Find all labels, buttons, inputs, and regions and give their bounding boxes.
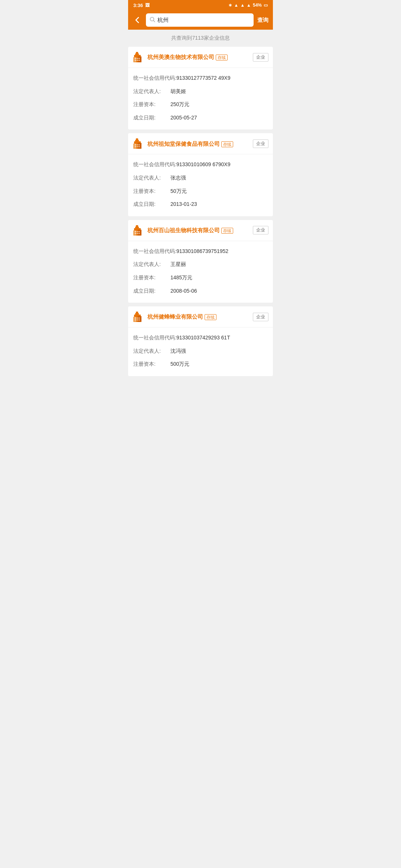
svg-rect-29 [135,231,136,232]
info-value: 500万元 [170,361,268,368]
type-badge: 企业 [253,226,268,234]
svg-rect-30 [137,231,138,232]
info-row: 统一社会信用代码: 913301010609 6790X9 [133,158,268,171]
status-badge: 存续 [216,55,228,60]
search-icon [150,17,155,23]
type-badge: 企业 [253,53,268,62]
svg-rect-23 [138,146,140,147]
back-button[interactable] [132,14,143,26]
info-value: 91330127773572 49X9 [176,75,268,82]
card-header: 杭州祖知堂保健食品有限公司存续 企业 [128,133,273,154]
info-label: 法定代表人: [133,174,170,182]
info-row: 注册资本: 50万元 [133,185,268,198]
info-row: 法定代表人: 王星丽 [133,258,268,271]
info-row: 统一社会信用代码: 91330127773572 49X9 [133,72,268,85]
query-button[interactable]: 查询 [257,15,269,25]
card-body: 统一社会信用代码: 913301086739751952 法定代表人: 王星丽 … [128,241,273,303]
info-label: 法定代表人: [133,261,170,268]
search-box [146,13,254,27]
card-header: 杭州健蜂蜂业有限公司存续 企业 [128,306,273,328]
company-logo [133,311,144,323]
svg-rect-19 [137,144,138,145]
svg-rect-31 [138,231,140,232]
company-name: 杭州祖知堂保健食品有限公司存续 [147,140,250,148]
battery-level: 54% [253,3,262,8]
info-label: 注册资本: [133,274,170,282]
card-body: 统一社会信用代码: 913301037429293 61T 法定代表人: 沈冯强… [128,328,273,376]
info-label: 注册资本: [133,188,170,195]
svg-rect-17 [136,138,138,141]
bluetooth-icon: ∗ [228,3,232,8]
company-logo [133,51,144,63]
company-logo [133,138,144,149]
svg-rect-45 [138,319,140,320]
svg-rect-18 [135,144,136,145]
company-name: 杭州美澳生物技术有限公司存续 [147,53,250,61]
card-body: 统一社会信用代码: 91330127773572 49X9 法定代表人: 胡美姬… [128,68,273,129]
company-logo [133,224,144,236]
svg-rect-4 [138,56,141,62]
type-badge: 企业 [253,313,268,321]
company-name: 杭州健蜂蜂业有限公司存续 [147,313,250,320]
company-card[interactable]: 杭州健蜂蜂业有限公司存续 企业 统一社会信用代码: 91330103742929… [128,306,273,376]
info-value: 胡美姬 [170,88,268,95]
svg-rect-11 [137,60,138,61]
info-label: 成立日期: [133,201,170,208]
info-value: 2008-05-06 [170,287,268,295]
info-value: 张志强 [170,174,268,182]
info-value: 250万元 [170,101,268,108]
info-row: 注册资本: 1485万元 [133,271,268,285]
info-label: 注册资本: [133,101,170,108]
svg-rect-7 [135,58,136,59]
svg-rect-22 [137,146,138,147]
svg-rect-32 [135,233,136,234]
type-badge: 企业 [253,139,268,148]
info-row: 成立日期: 2008-05-06 [133,285,268,298]
info-row: 统一社会信用代码: 913301037429293 61T [133,331,268,345]
info-label: 成立日期: [133,287,170,295]
info-label: 注册资本: [133,361,170,368]
status-badge: 存续 [221,228,233,234]
notification-icon: 🖼 [145,3,150,8]
info-label: 统一社会信用代码: [133,161,176,168]
svg-rect-20 [138,144,140,145]
info-value: 2013-01-23 [170,201,268,208]
status-icons: ∗ ▲ ▲ ▲ 54% ▭ [228,3,268,8]
info-value: 沈冯强 [170,348,268,355]
svg-rect-40 [135,318,136,319]
info-label: 统一社会信用代码: [133,334,176,342]
signal-icon1: ▲ [240,3,245,8]
company-card[interactable]: 杭州祖知堂保健食品有限公司存续 企业 统一社会信用代码: 91330101060… [128,133,273,216]
svg-rect-21 [135,146,136,147]
info-row: 法定代表人: 张志强 [133,171,268,185]
signal-icon2: ▲ [247,3,251,8]
company-card[interactable]: 杭州百山祖生物科技有限公司存续 企业 统一社会信用代码: 91330108673… [128,220,273,303]
search-input[interactable] [157,17,250,23]
svg-rect-12 [138,60,140,61]
info-label: 成立日期: [133,114,170,122]
info-row: 注册资本: 250万元 [133,98,268,111]
svg-rect-6 [136,52,138,54]
info-value: 1485万元 [170,274,268,282]
info-row: 成立日期: 2005-05-27 [133,111,268,125]
card-header: 杭州百山祖生物科技有限公司存续 企业 [128,220,273,241]
svg-rect-33 [137,233,138,234]
svg-rect-15 [138,143,141,149]
time-display: 3:36 [133,3,143,8]
company-card[interactable]: 杭州美澳生物技术有限公司存续 企业 统一社会信用代码: 913301277735… [128,47,273,129]
svg-line-1 [154,21,155,22]
info-label: 统一社会信用代码: [133,75,176,82]
info-label: 法定代表人: [133,348,170,355]
status-time: 3:36 🖼 [133,3,150,8]
svg-rect-8 [137,58,138,59]
status-badge: 存续 [205,314,216,320]
card-header: 杭州美澳生物技术有限公司存续 企业 [128,47,273,68]
result-count: 共查询到7113家企业信息 [128,30,273,47]
svg-rect-42 [138,318,140,319]
info-value: 50万元 [170,188,268,195]
info-label: 法定代表人: [133,88,170,95]
company-name: 杭州百山祖生物科技有限公司存续 [147,227,250,234]
svg-rect-39 [136,312,138,314]
svg-rect-28 [136,225,138,227]
wifi-icon: ▲ [234,3,238,8]
